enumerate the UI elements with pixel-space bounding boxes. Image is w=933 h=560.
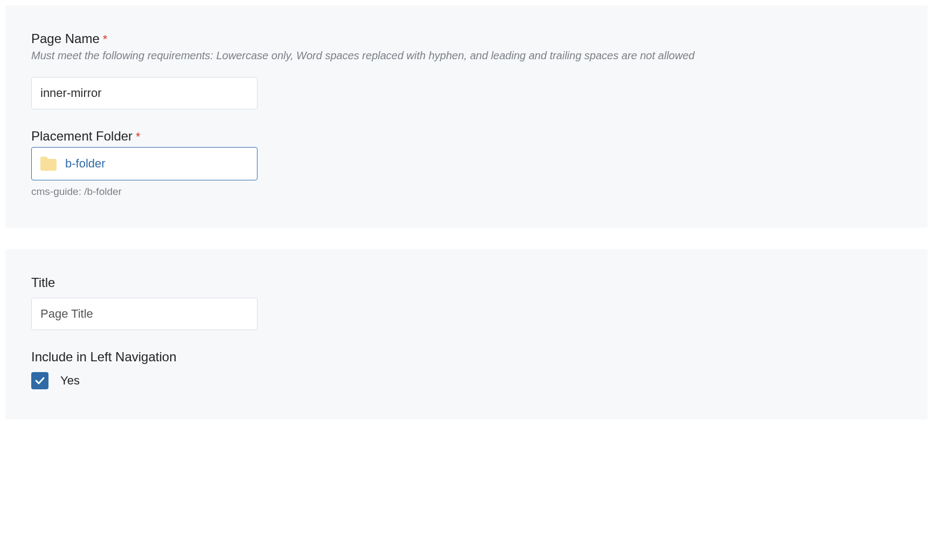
placement-folder-picker[interactable]: b-folder bbox=[31, 147, 257, 180]
placement-folder-label: Placement Folder * bbox=[31, 129, 902, 144]
page-name-panel: Page Name * Must meet the following requ… bbox=[5, 5, 928, 228]
page-name-field: Page Name * Must meet the following requ… bbox=[31, 31, 902, 109]
required-star-icon: * bbox=[136, 130, 141, 144]
placement-folder-field: Placement Folder * b-folder cms-guide: /… bbox=[31, 129, 902, 198]
page-name-help: Must meet the following requirements: Lo… bbox=[31, 50, 902, 62]
folder-icon bbox=[39, 156, 58, 171]
title-label: Title bbox=[31, 275, 902, 290]
page-name-label: Page Name * bbox=[31, 31, 902, 46]
title-input[interactable] bbox=[31, 298, 257, 330]
include-nav-option: Yes bbox=[31, 372, 902, 389]
checkmark-icon bbox=[34, 375, 45, 386]
include-nav-label: Include in Left Navigation bbox=[31, 349, 902, 365]
page-name-label-text: Page Name bbox=[31, 31, 100, 46]
include-nav-checkbox-label: Yes bbox=[60, 374, 80, 388]
include-nav-checkbox[interactable] bbox=[31, 372, 48, 389]
title-field: Title bbox=[31, 275, 902, 330]
page-name-input[interactable] bbox=[31, 77, 257, 109]
required-star-icon: * bbox=[103, 32, 108, 46]
title-nav-panel: Title Include in Left Navigation Yes bbox=[5, 249, 928, 419]
placement-folder-selected: b-folder bbox=[65, 157, 106, 171]
placement-folder-path: cms-guide: /b-folder bbox=[31, 186, 902, 198]
placement-folder-label-text: Placement Folder bbox=[31, 129, 133, 144]
include-nav-field: Include in Left Navigation Yes bbox=[31, 349, 902, 389]
